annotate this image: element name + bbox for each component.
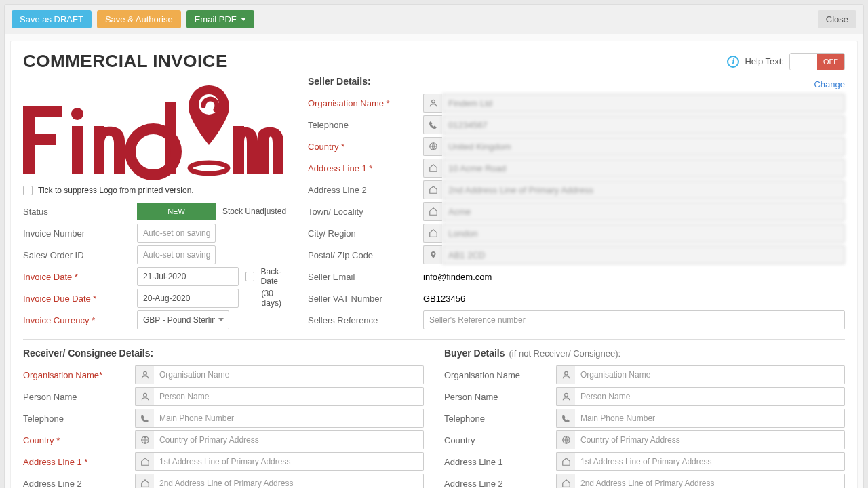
- svg-point-13: [143, 371, 146, 375]
- stock-note: Stock Unadjusted: [222, 207, 286, 216]
- home-icon: [423, 224, 442, 243]
- invoice-date-input[interactable]: [137, 267, 239, 286]
- receiver-country-label: Country *: [23, 435, 135, 445]
- help-text-label: Help Text:: [745, 56, 784, 66]
- suppress-logo-checkbox[interactable]: [23, 186, 33, 195]
- svg-point-14: [143, 393, 146, 396]
- seller-city-field: London: [442, 224, 845, 243]
- currency-select[interactable]: [137, 310, 229, 329]
- toolbar: Save as DRAFT Save & Authorise Email PDF…: [5, 5, 863, 34]
- seller-addr2-label: Address Line 2: [308, 185, 423, 195]
- company-logo: [23, 79, 294, 180]
- home-icon: [135, 474, 154, 488]
- due-days-note: (30 days): [262, 289, 294, 308]
- buyer-heading: Buyer Details (if not Receiver/ Consigne…: [444, 348, 845, 359]
- due-date-label: Invoice Due Date *: [23, 293, 137, 304]
- globe-icon: [423, 137, 442, 156]
- receiver-addr2-input[interactable]: [154, 474, 424, 488]
- person-icon: [135, 365, 154, 384]
- order-id-input[interactable]: [137, 245, 216, 264]
- home-icon: [556, 474, 575, 488]
- buyer-addr2-input[interactable]: [575, 474, 845, 488]
- buyer-tel-label: Telephone: [444, 413, 556, 424]
- buyer-addr2-label: Address Line 2: [444, 479, 556, 489]
- receiver-country-input[interactable]: [154, 430, 424, 449]
- receiver-heading: Receiver/ Consignee Details:: [23, 348, 424, 359]
- seller-addr2-field: 2nd Address Line of Primary Address: [442, 180, 845, 199]
- globe-icon: [556, 430, 575, 449]
- buyer-org-label: Organisation Name: [444, 370, 556, 380]
- seller-postal-label: Postal/ Zip Code: [308, 250, 423, 260]
- info-icon: i: [727, 56, 739, 68]
- receiver-addr1-input[interactable]: [154, 452, 424, 471]
- status-label: Status: [23, 207, 137, 217]
- buyer-tel-input[interactable]: [575, 409, 845, 428]
- buyer-person-label: Person Name: [444, 392, 556, 402]
- seller-addr1-field: 10 Acme Road: [442, 159, 845, 178]
- svg-point-17: [564, 393, 568, 396]
- home-icon: [556, 452, 575, 471]
- seller-tel-label: Telephone: [308, 120, 423, 130]
- pin-icon: [423, 245, 442, 264]
- email-pdf-button[interactable]: Email PDF: [186, 10, 254, 28]
- save-draft-button[interactable]: Save as DRAFT: [12, 10, 92, 28]
- seller-tel-field: 01234567: [442, 115, 845, 134]
- seller-org-field: Findem Ltd: [442, 94, 845, 113]
- close-button[interactable]: Close: [818, 10, 856, 28]
- phone-icon: [556, 409, 575, 428]
- home-icon: [135, 452, 154, 471]
- receiver-tel-input[interactable]: [154, 409, 424, 428]
- order-id-label: Sales/ Order ID: [23, 250, 137, 260]
- receiver-org-input[interactable]: [154, 365, 424, 384]
- receiver-org-label: Organisation Name*: [23, 370, 135, 380]
- svg-point-11: [431, 100, 435, 103]
- home-icon: [423, 180, 442, 199]
- receiver-tel-label: Telephone: [23, 413, 135, 424]
- backdate-checkbox[interactable]: [245, 272, 254, 281]
- page-title: COMMERCIAL INVOICE: [23, 51, 228, 72]
- buyer-addr1-input[interactable]: [575, 452, 845, 471]
- seller-postal-field: AB1 2CD: [442, 245, 845, 264]
- save-authorise-button[interactable]: Save & Authorise: [97, 10, 181, 28]
- buyer-org-input[interactable]: [575, 365, 845, 384]
- phone-icon: [135, 409, 154, 428]
- seller-town-field: Acme: [442, 202, 845, 221]
- seller-ref-input[interactable]: [423, 310, 845, 329]
- chevron-down-icon: [241, 18, 246, 21]
- receiver-person-input[interactable]: [154, 387, 424, 406]
- invoice-number-input[interactable]: [137, 224, 216, 243]
- receiver-person-label: Person Name: [23, 392, 135, 402]
- person-icon: [423, 94, 442, 113]
- helptext-toggle[interactable]: OFF: [789, 53, 845, 70]
- person-icon: [556, 387, 575, 406]
- buyer-addr1-label: Address Line 1: [444, 457, 556, 467]
- seller-vat-label: Seller VAT Number: [308, 293, 423, 304]
- seller-details-heading: Seller Details:: [308, 76, 371, 87]
- seller-addr1-label: Address Line 1 *: [308, 163, 423, 174]
- svg-point-6: [71, 108, 83, 120]
- globe-icon: [135, 430, 154, 449]
- buyer-country-label: Country: [444, 435, 556, 445]
- seller-email-label: Seller Email: [308, 272, 423, 282]
- invoice-date-label: Invoice Date *: [23, 272, 137, 282]
- svg-point-16: [564, 371, 568, 375]
- currency-label: Invoice Currency *: [23, 315, 137, 325]
- seller-org-label: Organisation Name *: [308, 98, 423, 108]
- backdate-label: Back-Date: [261, 267, 294, 286]
- buyer-country-input[interactable]: [575, 430, 845, 449]
- invoice-number-label: Invoice Number: [23, 228, 137, 239]
- email-pdf-label: Email PDF: [195, 14, 237, 24]
- change-seller-link[interactable]: Change: [814, 79, 845, 89]
- person-icon: [135, 387, 154, 406]
- seller-email-field: info@findem.com: [423, 272, 492, 282]
- seller-city-label: City/ Region: [308, 228, 423, 239]
- home-icon: [423, 202, 442, 221]
- seller-country-field: United Kingdom: [442, 137, 845, 156]
- home-icon: [423, 159, 442, 178]
- receiver-addr1-label: Address Line 1 *: [23, 457, 135, 467]
- seller-ref-label: Sellers Reference: [308, 315, 423, 325]
- seller-town-label: Town/ Locality: [308, 207, 423, 217]
- buyer-person-input[interactable]: [575, 387, 845, 406]
- due-date-input[interactable]: [137, 289, 239, 308]
- phone-icon: [423, 115, 442, 134]
